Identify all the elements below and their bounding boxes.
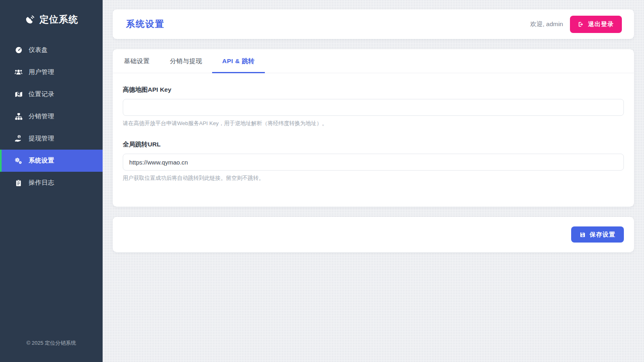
clipboard-list-icon — [14, 179, 23, 187]
amap-api-key-help: 请在高德开放平台申请Web服务API Key，用于逆地址解析（将经纬度转换为地址… — [123, 120, 624, 127]
sidebar-item-label: 用户管理 — [29, 68, 54, 76]
tab-distribution-withdrawal[interactable]: 分销与提现 — [160, 49, 212, 73]
sidebar-item-locations[interactable]: 位置记录 — [0, 83, 103, 105]
field-global-redirect-url: 全局跳转URL 用户获取位置成功后将自动跳转到此链接。留空则不跳转。 — [123, 140, 624, 182]
settings-tabs: 基础设置 分销与提现 API & 跳转 — [113, 49, 634, 73]
sidebar-menu: 仪表盘 用户管理 — [0, 39, 103, 194]
sidebar-item-logs[interactable]: 操作日志 — [0, 172, 103, 194]
save-settings-button[interactable]: 保存设置 — [571, 226, 624, 243]
sidebar: 定位系统 仪表盘 — [0, 0, 103, 362]
sidebar-item-withdrawals[interactable]: 提现管理 — [0, 128, 103, 150]
sidebar-item-label: 分销管理 — [29, 112, 54, 121]
sidebar-item-distribution[interactable]: 分销管理 — [0, 105, 103, 128]
tab-api-redirect[interactable]: API & 跳转 — [212, 49, 265, 73]
gauge-icon — [14, 46, 23, 54]
hand-holding-dollar-icon — [14, 135, 23, 143]
main-content: 系统设置 欢迎, admin 退出登录 基础设置 分销与提现 API & 跳转 — [103, 0, 644, 362]
sidebar-footer: © 2025 定位分销系统 — [0, 339, 103, 347]
sitemap-icon — [14, 113, 23, 120]
sidebar-item-label: 系统设置 — [29, 156, 54, 165]
map-location-icon — [14, 90, 23, 98]
sidebar-item-label: 仪表盘 — [29, 46, 48, 54]
sidebar-item-users[interactable]: 用户管理 — [0, 61, 103, 83]
field-amap-api-key: 高德地图API Key 请在高德开放平台申请Web服务API Key，用于逆地址… — [123, 86, 624, 127]
satellite-dish-icon — [25, 14, 35, 25]
page-title: 系统设置 — [126, 18, 165, 30]
sidebar-item-label: 提现管理 — [29, 134, 54, 143]
sidebar-item-label: 位置记录 — [29, 90, 54, 99]
brand: 定位系统 — [0, 0, 103, 39]
header-card: 系统设置 欢迎, admin 退出登录 — [113, 9, 634, 39]
settings-card: 基础设置 分销与提现 API & 跳转 高德地图API Key 请在高德开放平台… — [113, 49, 634, 207]
redirect-url-input[interactable] — [123, 154, 624, 171]
sign-out-icon — [578, 21, 584, 27]
save-bar: 保存设置 — [113, 217, 634, 252]
amap-api-key-input[interactable] — [123, 99, 624, 116]
brand-title: 定位系统 — [39, 13, 78, 26]
save-icon — [580, 232, 586, 238]
amap-api-key-label: 高德地图API Key — [123, 86, 624, 94]
welcome-text: 欢迎, admin — [530, 20, 563, 29]
logout-button-label: 退出登录 — [588, 21, 614, 28]
tab-panel-api-redirect: 高德地图API Key 请在高德开放平台申请Web服务API Key，用于逆地址… — [113, 73, 634, 207]
sidebar-item-settings[interactable]: 系统设置 — [0, 150, 103, 172]
tab-basic-settings[interactable]: 基础设置 — [114, 49, 160, 73]
redirect-url-help: 用户获取位置成功后将自动跳转到此链接。留空则不跳转。 — [123, 175, 624, 182]
logout-button[interactable]: 退出登录 — [570, 16, 622, 33]
header-right: 欢迎, admin 退出登录 — [530, 16, 622, 33]
sidebar-item-label: 操作日志 — [29, 179, 54, 187]
users-icon — [14, 68, 23, 76]
redirect-url-label: 全局跳转URL — [123, 140, 624, 149]
gears-icon — [14, 157, 23, 165]
save-settings-label: 保存设置 — [590, 231, 615, 239]
sidebar-item-dashboard[interactable]: 仪表盘 — [0, 39, 103, 61]
